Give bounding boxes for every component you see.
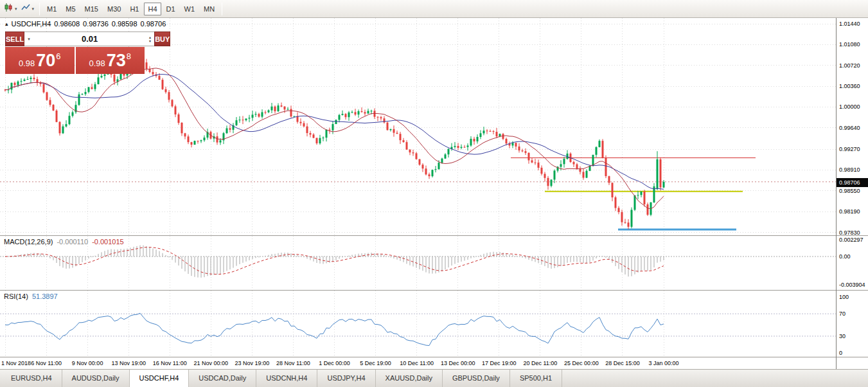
macd-canvas[interactable] [0, 236, 836, 290]
candlestick-chart-icon [4, 3, 13, 15]
date-label: 13 Dec 00:00 [441, 360, 475, 366]
price-scale-label: 1.00000 [839, 104, 860, 110]
date-label: 17 Dec 19:00 [482, 360, 517, 366]
price-scale[interactable]: 1.014401.010801.007201.003601.000000.996… [836, 18, 868, 369]
chevron-down-icon: ▾ [15, 6, 17, 12]
toolbar-separator [39, 3, 40, 15]
one-click-toggle-icon[interactable]: ▴ [5, 21, 8, 27]
open-value: 0.98608 [54, 20, 80, 28]
rsi-title: RSI(14) [4, 292, 28, 300]
bid-price[interactable]: 0.98706 [5, 47, 75, 74]
low-value: 0.98598 [112, 20, 137, 28]
price-scale-label: 0.99270 [839, 146, 860, 152]
date-label: 28 Nov 11:00 [276, 360, 310, 366]
macd-label: MACD(12,26,9) -0.000110 -0.001015 [4, 238, 124, 246]
chart-tab-gbpusd[interactable]: GBPUSD,Daily [443, 370, 510, 387]
price-scale-label: 0.99640 [839, 125, 860, 131]
chart-tab-usdchf[interactable]: USDCHF,H4 [129, 370, 190, 387]
chart-tab-usdcad[interactable]: USDCAD,Daily [189, 370, 256, 387]
chart-tab-sp500[interactable]: SP500,H1 [510, 370, 562, 387]
timeframe-toolbar: M1M5M15M30H1H4D1W1MN [43, 3, 218, 15]
chart-tab-usdjpy[interactable]: USDJPY,H4 [317, 370, 375, 387]
macd-main-value: -0.000110 [57, 238, 88, 246]
timeframe-d1-button[interactable]: D1 [163, 3, 179, 15]
chart-title: ▴ USDCHF,H4 0.98608 0.98736 0.98598 0.98… [5, 20, 166, 28]
sell-button[interactable]: SELL [5, 32, 24, 46]
date-label: 9 Nov 00:00 [72, 360, 103, 366]
date-label: 1 Dec 00:00 [319, 360, 350, 366]
date-label: 23 Nov 19:00 [235, 360, 270, 366]
bid-point: 6 [56, 51, 60, 61]
current-price-badge: 0.98706 [837, 178, 868, 187]
volume-dropdown-icon[interactable]: ▾ [24, 32, 33, 46]
macd-panel[interactable]: MACD(12,26,9) -0.000110 -0.001015 [0, 236, 836, 291]
volume-spinner: ▴ ▾ [146, 32, 154, 46]
chart-tab-audusd[interactable]: AUDUSD,Daily [62, 370, 130, 387]
price-scale-label: -0.003904 [839, 282, 865, 288]
price-scale-label: 0.98910 [839, 166, 860, 173]
timeframe-m30-button[interactable]: M30 [103, 3, 125, 15]
date-label: 6 Nov 11:00 [31, 360, 62, 366]
drawing-tools-button[interactable]: ▾ [19, 2, 37, 16]
chart-tab-xauusd[interactable]: XAUUSD,Daily [376, 370, 443, 387]
ask-pips: 73 [107, 52, 126, 69]
chart-tab-usdcnh[interactable]: USDCNH,H4 [256, 370, 317, 387]
date-label: 10 Dec 11:00 [400, 360, 434, 366]
date-label: 16 Nov 11:00 [153, 360, 187, 366]
date-label: 25 Dec 00:00 [564, 360, 599, 366]
price-scale-label: 1.00360 [839, 83, 860, 89]
date-label: 3 Jan 00:00 [648, 360, 678, 366]
date-label: 28 Dec 15:00 [605, 360, 640, 366]
timeframe-m5-button[interactable]: M5 [62, 3, 79, 15]
ask-whole: 0.98 [89, 59, 105, 68]
price-scale-label: 1.01080 [839, 41, 860, 48]
volume-input[interactable] [33, 32, 146, 46]
one-click-trading-panel: SELL ▾ ▴ ▾ BUY 0.98706 [5, 32, 145, 74]
price-scale-label: 0.00 [839, 253, 851, 260]
timeframe-m1-button[interactable]: M1 [43, 3, 60, 15]
timeframe-w1-button[interactable]: W1 [181, 3, 199, 15]
mt4-window: ▾ ▾ M1M5M15M30H1H4D1W1MN ▴ USDCHF,H4 0.9… [0, 0, 868, 387]
timeframe-h4-button[interactable]: H4 [144, 3, 161, 15]
bid-pips: 70 [36, 52, 55, 69]
price-scale-label: 0.002297 [839, 237, 864, 243]
ask-point: 8 [127, 51, 131, 61]
timeframe-mn-button[interactable]: MN [200, 3, 218, 15]
close-value: 0.98706 [141, 20, 166, 28]
timeframe-m15-button[interactable]: M15 [81, 3, 102, 15]
macd-title: MACD(12,26,9) [4, 238, 53, 246]
line-chart-icon [21, 3, 31, 15]
panel-separator [837, 357, 868, 357]
chart-type-button[interactable]: ▾ [2, 2, 19, 16]
price-chart-panel[interactable]: ▴ USDCHF,H4 0.98608 0.98736 0.98598 0.98… [0, 18, 836, 236]
date-label: 1 Nov 2018 [1, 360, 31, 366]
price-scale-label: 0.98550 [839, 188, 860, 194]
chart-tab-eurusd[interactable]: EURUSD,H4 [1, 370, 62, 387]
buy-button[interactable]: BUY [154, 32, 170, 46]
chevron-down-icon: ▾ [32, 6, 35, 12]
rsi-label: RSI(14) 51.3897 [4, 292, 58, 300]
chart-plots: ▴ USDCHF,H4 0.98608 0.98736 0.98598 0.98… [0, 18, 836, 369]
rsi-panel[interactable]: RSI(14) 51.3897 [0, 291, 836, 357]
price-scale-label: 30 [839, 333, 846, 339]
timeframe-h1-button[interactable]: H1 [126, 3, 143, 15]
price-scale-label: 1.00720 [839, 62, 860, 69]
chart-window: ▴ USDCHF,H4 0.98608 0.98736 0.98598 0.98… [0, 18, 868, 369]
time-axis[interactable]: 1 Nov 20186 Nov 11:009 Nov 00:0013 Nov 1… [0, 357, 836, 369]
panel-separator [837, 235, 868, 236]
top-toolbar: ▾ ▾ M1M5M15M30H1H4D1W1MN [0, 0, 868, 18]
high-value: 0.98736 [83, 20, 109, 28]
price-scale-label: 70 [839, 310, 846, 317]
price-scale-label: 1.01440 [839, 21, 860, 27]
volume-decrease-icon[interactable]: ▾ [146, 39, 154, 43]
volume-control: ▾ ▴ ▾ [24, 32, 154, 46]
date-label: 21 Nov 00:00 [194, 360, 229, 366]
date-label: 13 Nov 19:00 [111, 360, 146, 366]
date-label: 5 Dec 19:00 [360, 360, 391, 366]
price-scale-label: 100 [839, 294, 849, 300]
macd-signal-value: -0.001015 [92, 238, 124, 246]
symbol-timeframe-label: USDCHF,H4 [12, 20, 51, 28]
rsi-canvas[interactable] [0, 291, 836, 357]
rsi-value: 51.3897 [32, 292, 58, 300]
ask-price[interactable]: 0.98738 [76, 47, 145, 74]
